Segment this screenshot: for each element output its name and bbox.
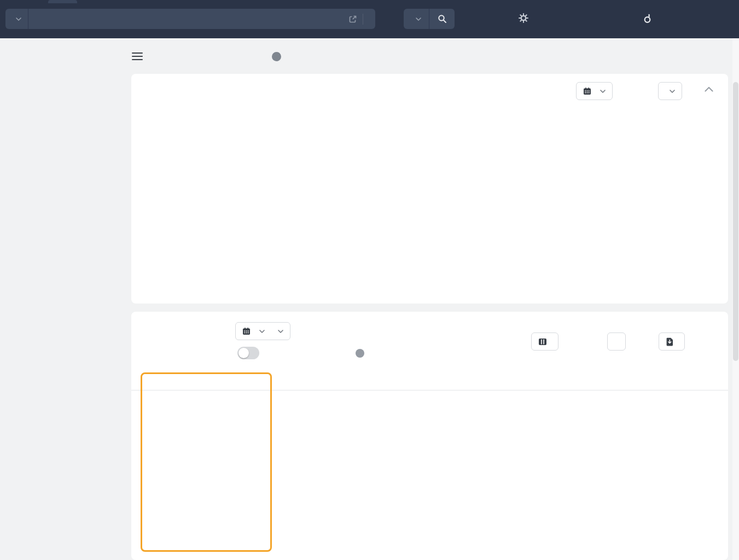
url-input[interactable] — [28, 9, 375, 29]
columns-button[interactable] — [531, 332, 558, 351]
scrollbar-track[interactable] — [732, 38, 739, 560]
url-bar — [5, 9, 375, 29]
calendar-icon — [583, 87, 591, 95]
collapse-chart-chevron-up-icon[interactable] — [705, 87, 713, 92]
brand — [643, 14, 656, 24]
granularity-button[interactable] — [658, 82, 682, 100]
search-icon — [438, 14, 447, 24]
search-button[interactable] — [429, 9, 455, 29]
menu-hamburger-icon[interactable] — [132, 52, 143, 62]
gear-icon — [519, 13, 528, 23]
organic-keywords-area-chart — [131, 131, 728, 298]
chevron-down-icon — [16, 18, 21, 21]
help-icon[interactable] — [356, 349, 364, 358]
export-file-icon — [666, 337, 673, 346]
help-icon[interactable] — [272, 52, 281, 61]
sidebar — [0, 38, 126, 560]
chevron-down-icon — [670, 90, 675, 93]
keyword-column-annotation-box — [141, 372, 272, 552]
table-header-row — [131, 372, 728, 390]
calendar-icon — [242, 327, 251, 335]
date-compare-button[interactable] — [235, 322, 290, 340]
subdomains-dropdown[interactable] — [404, 9, 429, 29]
chevron-down-icon — [600, 90, 606, 93]
looker-studio-logo-icon — [643, 14, 651, 24]
window-tab-notch — [48, 0, 77, 3]
divider — [363, 14, 363, 25]
settings-button[interactable] — [519, 13, 533, 23]
keywords-table-card — [131, 312, 728, 560]
browser-topbar — [0, 0, 739, 38]
columns-icon — [538, 338, 547, 346]
scope-bar — [404, 9, 455, 29]
date-range-button[interactable] — [576, 82, 613, 100]
api-button[interactable] — [607, 332, 626, 351]
scrollbar-thumb[interactable] — [733, 82, 738, 361]
open-external-icon[interactable] — [348, 15, 357, 24]
multiple-urls-toggle[interactable] — [237, 347, 259, 359]
chevron-down-icon — [416, 18, 421, 21]
toggle-knob — [238, 348, 249, 358]
protocol-dropdown[interactable] — [5, 9, 28, 29]
chevron-down-icon — [278, 330, 283, 333]
chart-card — [131, 74, 728, 304]
export-button[interactable] — [659, 332, 685, 351]
chevron-down-icon — [259, 330, 265, 333]
